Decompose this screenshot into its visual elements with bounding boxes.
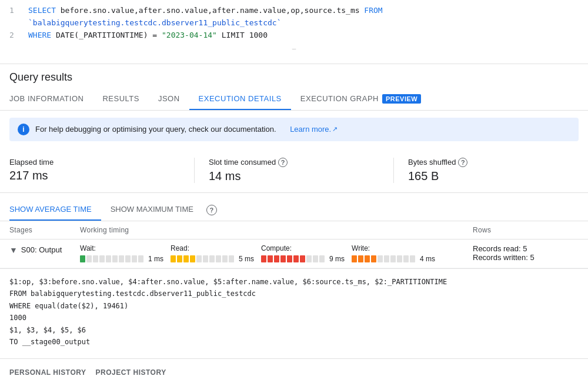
sql-token-normal: LIMIT 1000 xyxy=(217,31,268,39)
stat-label: Bytes shuffled? xyxy=(408,158,569,167)
line-number: 1 xyxy=(9,5,19,29)
timing-bar-row: 4 ms xyxy=(352,255,435,263)
sql-line: 2WHERE DATE(_PARTITIONTIME) = "2023-04-1… xyxy=(9,29,579,42)
timing-value: 9 ms xyxy=(329,255,345,263)
bar-container xyxy=(80,255,143,262)
bar-segment xyxy=(371,255,376,262)
help-icon[interactable]: ? xyxy=(458,158,467,167)
timing-bar-row: 1 ms xyxy=(80,255,163,263)
execution-row: ▼ S00: Output Wait:1 msRead:5 msCompute:… xyxy=(0,239,588,268)
bar-segment xyxy=(93,255,98,262)
bar-segment xyxy=(190,255,195,262)
bottom-tabs: PERSONAL HISTORYPROJECT HISTORY xyxy=(0,358,588,386)
timing-value: 1 ms xyxy=(148,255,163,263)
stat-divider xyxy=(393,158,394,183)
time-tab-show-average-time[interactable]: SHOW AVERAGE TIME xyxy=(9,200,101,221)
help-question-icon[interactable]: ? xyxy=(206,205,217,215)
tab-job-information[interactable]: JOB INFORMATION xyxy=(9,88,93,110)
stat-value: 217 ms xyxy=(9,169,171,182)
timing-label: Read: xyxy=(171,244,254,252)
sql-editor[interactable]: 1SELECT before.sno.value,after.sno.value… xyxy=(0,0,588,64)
bar-segment xyxy=(80,255,85,262)
external-link-icon: ↗ xyxy=(332,125,338,133)
sql-token-normal: DATE(_PARTITIONTIME) = xyxy=(56,31,162,39)
bar-segment xyxy=(287,255,292,262)
stat-item: Elapsed time217 ms xyxy=(9,158,180,183)
timing-bar-row: 5 ms xyxy=(171,255,254,263)
bottom-tab-project-history[interactable]: PROJECT HISTORY xyxy=(95,365,175,380)
time-tab-show-maximum-time[interactable]: SHOW MAXIMUM TIME xyxy=(101,200,203,221)
bar-segment xyxy=(293,255,299,262)
stage-name: ▼ S00: Output xyxy=(9,244,80,255)
sql-detail-line: FROM balabigquerytesting.testcdc.dbserve… xyxy=(9,288,579,300)
sql-token-normal: before.sno.value,after.sno.value,after.n… xyxy=(61,6,365,15)
sql-line: 1SELECT before.sno.value,after.sno.value… xyxy=(9,5,579,29)
bar-container xyxy=(171,255,234,262)
info-icon: i xyxy=(18,124,29,135)
bar-segment xyxy=(377,255,383,262)
stats-row: Elapsed time217 msSlot time consumed?14 … xyxy=(0,148,588,193)
bar-segment xyxy=(384,255,389,262)
time-tabs: SHOW AVERAGE TIMESHOW MAXIMUM TIME? xyxy=(0,193,588,221)
bar-segment xyxy=(397,255,402,262)
sql-token-table: `balabigquerytesting.testcdc.dbserver11_… xyxy=(28,18,281,27)
tab-preview-badge: PREVIEW xyxy=(382,94,421,104)
timing-label: Write: xyxy=(352,244,435,252)
bar-segment xyxy=(209,255,215,262)
rows-info-item: Records written: 5 xyxy=(473,253,579,262)
info-banner: i For help debugging or optimising your … xyxy=(9,118,579,141)
stat-item: Bytes shuffled?165 B xyxy=(408,158,579,183)
sql-token-string: "2023-04-14" xyxy=(162,31,217,39)
learn-more-link[interactable]: Learn more. ↗ xyxy=(290,125,338,134)
bottom-tab-personal-history[interactable]: PERSONAL HISTORY xyxy=(9,365,95,380)
sql-token-keyword: SELECT xyxy=(28,6,61,15)
bar-segment xyxy=(274,255,279,262)
timing-block-read: Read:5 ms xyxy=(171,244,254,263)
bar-segment xyxy=(216,255,221,262)
bar-segment xyxy=(319,255,325,262)
bar-segment xyxy=(390,255,396,262)
bar-segment xyxy=(125,255,131,262)
help-icon[interactable]: ? xyxy=(278,158,288,167)
chevron-icon: ▼ xyxy=(9,245,18,255)
bar-segment xyxy=(171,255,176,262)
timing-bar-row: 9 ms xyxy=(261,255,345,263)
bar-segment xyxy=(410,255,415,262)
tab-execution-graph[interactable]: EXECUTION GRAPHPREVIEW xyxy=(291,88,430,110)
sql-detail-line: TO __stage00_output xyxy=(9,336,579,348)
stat-value: 14 ms xyxy=(209,169,370,183)
stages-header: Stages xyxy=(9,226,80,234)
bar-segment xyxy=(222,255,228,262)
rows-header: Rows xyxy=(473,226,579,234)
bar-container xyxy=(352,255,415,262)
timing-value: 4 ms xyxy=(420,255,435,263)
sql-token-keyword: FROM xyxy=(364,6,382,15)
bar-segment xyxy=(352,255,357,262)
sql-token-keyword: WHERE xyxy=(28,31,56,39)
query-results-header: Query results xyxy=(0,64,588,84)
stat-divider xyxy=(194,158,195,183)
scrollbar-hint: — xyxy=(9,41,579,56)
bar-segment xyxy=(358,255,363,262)
timing-block-wait: Wait:1 ms xyxy=(80,244,163,263)
bar-segment xyxy=(183,255,189,262)
bar-segment xyxy=(196,255,202,262)
bar-segment xyxy=(306,255,312,262)
tab-results[interactable]: RESULTS xyxy=(93,88,149,110)
bar-segment xyxy=(177,255,182,262)
stat-label: Elapsed time xyxy=(9,158,171,167)
rows-info-item: Records read: 5 xyxy=(473,244,579,253)
info-text: For help debugging or optimising your qu… xyxy=(35,125,276,134)
bar-segment xyxy=(229,255,234,262)
bar-segment xyxy=(261,255,266,262)
timing-label: Compute: xyxy=(261,244,345,252)
bar-container xyxy=(261,255,325,262)
tab-json[interactable]: JSON xyxy=(149,88,189,110)
bar-segment xyxy=(300,255,305,262)
stat-item: Slot time consumed?14 ms xyxy=(209,158,379,183)
tab-execution-details[interactable]: EXECUTION DETAILS xyxy=(189,88,291,110)
stat-label: Slot time consumed? xyxy=(209,158,370,167)
timing-block-write: Write:4 ms xyxy=(352,244,435,263)
bar-segment xyxy=(99,255,105,262)
sql-detail: $1:op, $3:before.sno.value, $4:after.sno… xyxy=(0,268,588,355)
